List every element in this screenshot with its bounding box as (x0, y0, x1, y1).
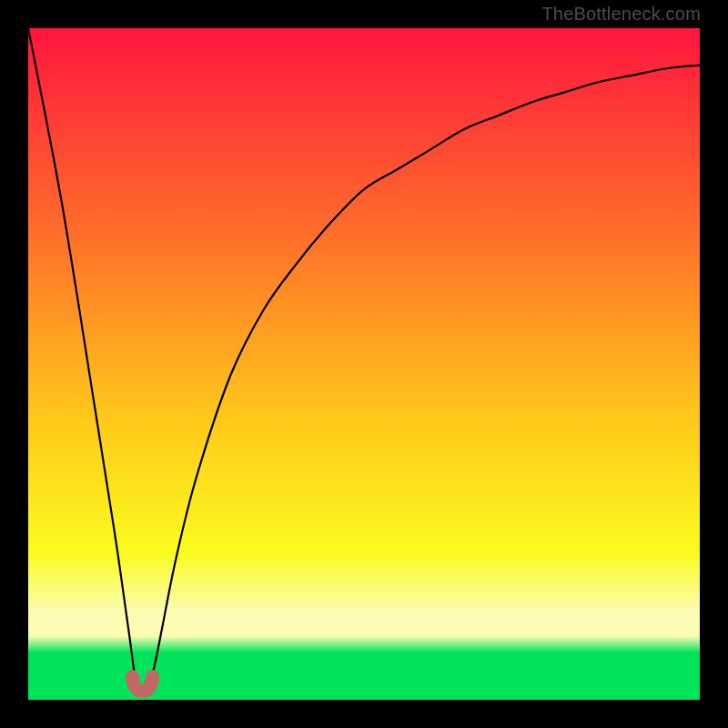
plot-area (28, 28, 700, 700)
gradient-background (28, 28, 700, 700)
bottleneck-chart (28, 28, 700, 700)
watermark-text: TheBottleneck.com (541, 4, 701, 25)
chart-frame: TheBottleneck.com (0, 0, 728, 728)
